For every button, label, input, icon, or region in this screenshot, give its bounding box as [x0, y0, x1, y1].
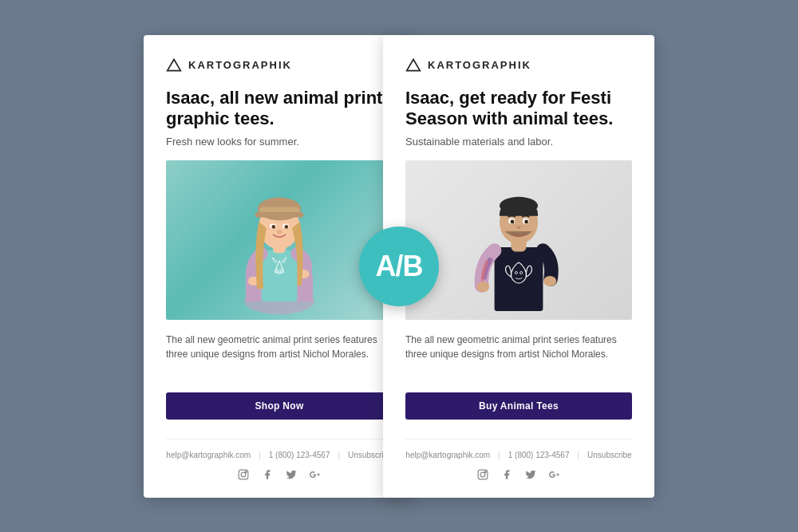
shop-now-button[interactable]: Shop Now [166, 392, 393, 420]
google-plus-icon[interactable] [308, 467, 322, 482]
svg-point-28 [543, 276, 556, 286]
person-illustration-a [215, 168, 343, 320]
svg-point-19 [277, 231, 282, 234]
social-icons-b [405, 467, 632, 482]
ab-badge: A/B [359, 227, 439, 306]
brand-name-b: KARTOGRAPHIK [428, 59, 531, 71]
svg-point-27 [476, 282, 489, 292]
headline-a: Isaac, all new animal print graphic tees… [166, 88, 393, 130]
footer-links-b: help@kartographik.com | 1 (800) 123-4567… [405, 451, 632, 459]
twitter-icon[interactable] [284, 467, 298, 482]
body-text-b: The all new geometric animal print serie… [405, 333, 632, 377]
svg-point-18 [284, 225, 288, 229]
footer-phone-a[interactable]: 1 (800) 123-4567 [269, 451, 330, 459]
brand-logo-b [405, 57, 421, 73]
svg-rect-14 [255, 212, 304, 217]
footer-phone-b[interactable]: 1 (800) 123-4567 [508, 451, 570, 459]
brand-header-b: KARTOGRAPHIK [405, 57, 632, 73]
google-plus-icon-b[interactable] [547, 467, 562, 482]
footer-email-a[interactable]: help@kartographik.com [166, 451, 251, 459]
svg-point-34 [511, 220, 515, 224]
buy-animal-tees-button[interactable]: Buy Animal Tees [405, 392, 632, 420]
twitter-icon-b[interactable] [523, 467, 538, 482]
svg-marker-23 [407, 59, 421, 70]
subheadline-a: Fresh new looks for summer. [166, 136, 393, 148]
subheadline-b: Sustainable materials and labor. [405, 136, 632, 148]
footer-unsubscribe-b[interactable]: Unsubscribe [587, 451, 632, 459]
body-text-a: The all new geometric animal print serie… [166, 333, 393, 377]
brand-name-a: KARTOGRAPHIK [188, 59, 292, 71]
svg-point-22 [245, 471, 247, 472]
footer-email-b[interactable]: help@kartographik.com [405, 451, 490, 459]
svg-rect-2 [262, 250, 298, 301]
instagram-icon[interactable] [236, 467, 251, 482]
footer-b: help@kartographik.com | 1 (800) 123-4567… [405, 439, 632, 482]
facebook-icon[interactable] [260, 467, 275, 482]
brand-logo-a [166, 57, 182, 73]
svg-point-17 [271, 225, 275, 229]
svg-point-37 [480, 472, 485, 477]
footer-links-a: help@kartographik.com | 1 (800) 123-4567… [166, 451, 393, 459]
svg-marker-0 [168, 59, 181, 70]
svg-point-38 [484, 471, 486, 472]
product-image-b [405, 160, 632, 320]
facebook-icon-b[interactable] [500, 467, 514, 482]
ab-badge-label: A/B [376, 250, 423, 283]
svg-point-35 [524, 220, 528, 224]
person-illustration-b [455, 168, 583, 320]
social-icons-a [166, 467, 393, 482]
headline-b: Isaac, get ready for Festi Season with a… [405, 88, 632, 130]
svg-point-21 [241, 472, 246, 477]
product-image-a [166, 160, 393, 320]
footer-a: help@kartographik.com | 1 (800) 123-4567… [166, 439, 393, 482]
brand-header-a: KARTOGRAPHIK [166, 57, 393, 73]
instagram-icon-b[interactable] [476, 467, 490, 482]
ab-test-container: KARTOGRAPHIK Isaac, all new animal print… [144, 35, 654, 498]
